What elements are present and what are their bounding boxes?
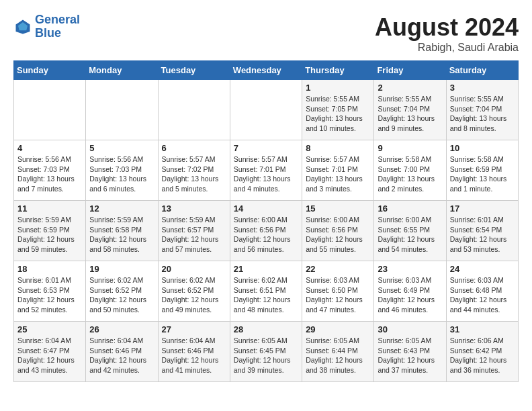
subtitle: Rabigh, Saudi Arabia: [375, 42, 519, 54]
calendar-cell: 1Sunrise: 5:55 AMSunset: 7:05 PMDaylight…: [302, 80, 374, 140]
calendar-cell: 9Sunrise: 5:58 AMSunset: 7:00 PMDaylight…: [374, 140, 446, 201]
cell-info: Sunrise: 5:55 AMSunset: 7:05 PMDaylight:…: [306, 94, 370, 134]
cell-date: 28: [234, 324, 298, 334]
calendar-cell: 19Sunrise: 6:02 AMSunset: 6:52 PMDayligh…: [86, 261, 158, 322]
logo-icon: [13, 17, 32, 36]
cell-info: Sunrise: 6:02 AMSunset: 6:52 PMDaylight:…: [89, 275, 154, 315]
header: General Blue August 2024 Rabigh, Saudi A…: [13, 13, 519, 54]
cell-date: 7: [234, 143, 298, 153]
cell-date: 9: [378, 143, 442, 153]
calendar-cell: 10Sunrise: 5:58 AMSunset: 6:59 PMDayligh…: [446, 140, 518, 201]
cell-date: 19: [89, 264, 154, 274]
cell-info: Sunrise: 6:06 AMSunset: 6:42 PMDaylight:…: [450, 336, 515, 375]
calendar-cell: 7Sunrise: 5:57 AMSunset: 7:01 PMDaylight…: [230, 140, 302, 201]
day-header-tuesday: Tuesday: [158, 61, 230, 80]
calendar-cell: [14, 80, 86, 140]
calendar-cell: 13Sunrise: 5:59 AMSunset: 6:57 PMDayligh…: [158, 201, 230, 261]
calendar-cell: 25Sunrise: 6:04 AMSunset: 6:47 PMDayligh…: [14, 322, 86, 382]
cell-date: 5: [89, 143, 154, 153]
calendar-cell: 21Sunrise: 6:02 AMSunset: 6:51 PMDayligh…: [230, 261, 302, 322]
day-header-sunday: Sunday: [14, 61, 86, 80]
cell-info: Sunrise: 5:56 AMSunset: 7:03 PMDaylight:…: [89, 154, 154, 194]
calendar-cell: 5Sunrise: 5:56 AMSunset: 7:03 PMDaylight…: [86, 140, 158, 201]
title-area: August 2024 Rabigh, Saudi Arabia: [375, 13, 519, 54]
week-row-3: 11Sunrise: 5:59 AMSunset: 6:59 PMDayligh…: [14, 201, 519, 261]
calendar-cell: [86, 80, 158, 140]
cell-date: 22: [306, 264, 370, 274]
cell-date: 14: [234, 203, 298, 214]
calendar-cell: 12Sunrise: 5:59 AMSunset: 6:58 PMDayligh…: [86, 201, 158, 261]
cell-info: Sunrise: 5:59 AMSunset: 6:59 PMDaylight:…: [17, 215, 82, 255]
cell-info: Sunrise: 5:59 AMSunset: 6:57 PMDaylight:…: [162, 215, 226, 255]
cell-info: Sunrise: 5:56 AMSunset: 7:03 PMDaylight:…: [17, 154, 82, 194]
calendar-cell: 31Sunrise: 6:06 AMSunset: 6:42 PMDayligh…: [446, 322, 518, 382]
calendar-cell: 3Sunrise: 5:55 AMSunset: 7:04 PMDaylight…: [446, 80, 518, 140]
cell-date: 20: [162, 264, 226, 274]
cell-date: 6: [162, 143, 226, 153]
calendar-cell: [230, 80, 302, 140]
logo-text: General Blue: [35, 13, 80, 40]
calendar-cell: 17Sunrise: 6:01 AMSunset: 6:54 PMDayligh…: [446, 201, 518, 261]
cell-info: Sunrise: 5:55 AMSunset: 7:04 PMDaylight:…: [450, 94, 515, 134]
day-header-friday: Friday: [374, 61, 446, 80]
week-row-2: 4Sunrise: 5:56 AMSunset: 7:03 PMDaylight…: [14, 140, 519, 201]
cell-info: Sunrise: 6:02 AMSunset: 6:52 PMDaylight:…: [162, 275, 226, 315]
cell-date: 2: [378, 83, 442, 93]
cell-date: 15: [306, 203, 370, 214]
cell-info: Sunrise: 5:58 AMSunset: 7:00 PMDaylight:…: [378, 154, 442, 194]
cell-date: 26: [89, 324, 154, 334]
cell-info: Sunrise: 6:05 AMSunset: 6:45 PMDaylight:…: [234, 336, 298, 375]
calendar-cell: 8Sunrise: 5:57 AMSunset: 7:01 PMDaylight…: [302, 140, 374, 201]
cell-date: 12: [89, 203, 154, 214]
week-row-5: 25Sunrise: 6:04 AMSunset: 6:47 PMDayligh…: [14, 322, 519, 382]
cell-info: Sunrise: 5:55 AMSunset: 7:04 PMDaylight:…: [378, 94, 442, 134]
header-row: SundayMondayTuesdayWednesdayThursdayFrid…: [14, 61, 519, 80]
day-header-monday: Monday: [86, 61, 158, 80]
cell-date: 16: [378, 203, 442, 214]
main-title: August 2024: [375, 13, 519, 42]
cell-info: Sunrise: 5:57 AMSunset: 7:01 PMDaylight:…: [234, 154, 298, 194]
cell-date: 25: [17, 324, 82, 334]
cell-date: 17: [450, 203, 515, 214]
cell-date: 24: [450, 264, 515, 274]
calendar-cell: 4Sunrise: 5:56 AMSunset: 7:03 PMDaylight…: [14, 140, 86, 201]
cell-info: Sunrise: 6:01 AMSunset: 6:54 PMDaylight:…: [450, 215, 515, 255]
day-header-saturday: Saturday: [446, 61, 518, 80]
week-row-4: 18Sunrise: 6:01 AMSunset: 6:53 PMDayligh…: [14, 261, 519, 322]
cell-info: Sunrise: 5:59 AMSunset: 6:58 PMDaylight:…: [89, 215, 154, 255]
day-header-thursday: Thursday: [302, 61, 374, 80]
calendar-cell: 14Sunrise: 6:00 AMSunset: 6:56 PMDayligh…: [230, 201, 302, 261]
calendar-cell: 28Sunrise: 6:05 AMSunset: 6:45 PMDayligh…: [230, 322, 302, 382]
cell-date: 27: [162, 324, 226, 334]
cell-info: Sunrise: 6:03 AMSunset: 6:48 PMDaylight:…: [450, 275, 515, 315]
cell-date: 10: [450, 143, 515, 153]
calendar-cell: 26Sunrise: 6:04 AMSunset: 6:46 PMDayligh…: [86, 322, 158, 382]
cell-date: 21: [234, 264, 298, 274]
cell-date: 30: [378, 324, 442, 334]
cell-info: Sunrise: 6:00 AMSunset: 6:56 PMDaylight:…: [306, 215, 370, 255]
cell-info: Sunrise: 6:00 AMSunset: 6:56 PMDaylight:…: [234, 215, 298, 255]
cell-info: Sunrise: 6:03 AMSunset: 6:50 PMDaylight:…: [306, 275, 370, 315]
cell-date: 23: [378, 264, 442, 274]
cell-date: 11: [17, 203, 82, 214]
cell-info: Sunrise: 6:01 AMSunset: 6:53 PMDaylight:…: [17, 275, 82, 315]
cell-info: Sunrise: 6:04 AMSunset: 6:47 PMDaylight:…: [17, 336, 82, 375]
cell-date: 4: [17, 143, 82, 153]
cell-info: Sunrise: 5:57 AMSunset: 7:02 PMDaylight:…: [162, 154, 226, 194]
cell-info: Sunrise: 6:05 AMSunset: 6:43 PMDaylight:…: [378, 336, 442, 375]
cell-date: 1: [306, 83, 370, 93]
cell-info: Sunrise: 6:05 AMSunset: 6:44 PMDaylight:…: [306, 336, 370, 375]
cell-info: Sunrise: 6:00 AMSunset: 6:55 PMDaylight:…: [378, 215, 442, 255]
cell-info: Sunrise: 6:04 AMSunset: 6:46 PMDaylight:…: [162, 336, 226, 375]
cell-date: 31: [450, 324, 515, 334]
calendar-cell: 29Sunrise: 6:05 AMSunset: 6:44 PMDayligh…: [302, 322, 374, 382]
cell-date: 3: [450, 83, 515, 93]
calendar-cell: 11Sunrise: 5:59 AMSunset: 6:59 PMDayligh…: [14, 201, 86, 261]
cell-info: Sunrise: 5:57 AMSunset: 7:01 PMDaylight:…: [306, 154, 370, 194]
calendar-cell: 6Sunrise: 5:57 AMSunset: 7:02 PMDaylight…: [158, 140, 230, 201]
cell-date: 18: [17, 264, 82, 274]
calendar-cell: 18Sunrise: 6:01 AMSunset: 6:53 PMDayligh…: [14, 261, 86, 322]
calendar-cell: 16Sunrise: 6:00 AMSunset: 6:55 PMDayligh…: [374, 201, 446, 261]
calendar-cell: 15Sunrise: 6:00 AMSunset: 6:56 PMDayligh…: [302, 201, 374, 261]
calendar-cell: [158, 80, 230, 140]
